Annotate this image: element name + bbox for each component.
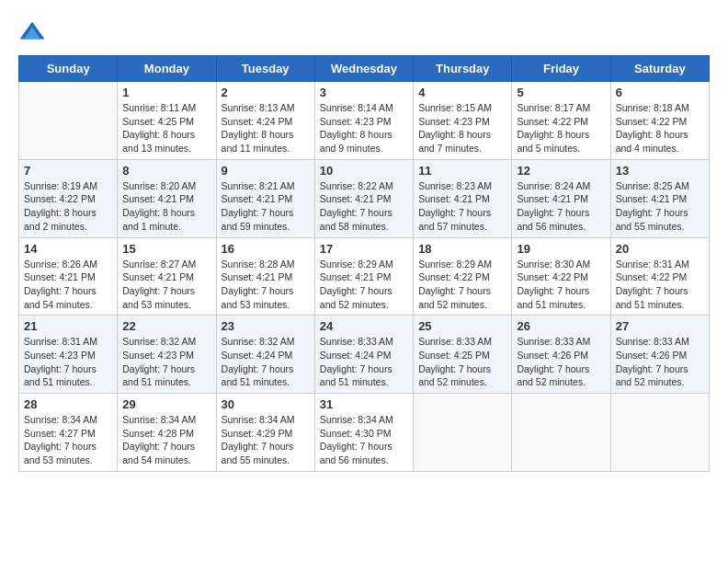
calendar-cell: 16Sunrise: 8:28 AM Sunset: 4:21 PM Dayli… (216, 237, 314, 316)
calendar-cell (610, 394, 709, 472)
calendar-cell: 1Sunrise: 8:11 AM Sunset: 4:25 PM Daylig… (118, 82, 216, 160)
weekday-header-thursday: Thursday (414, 56, 512, 82)
weekday-header-wednesday: Wednesday (314, 56, 413, 82)
calendar-cell: 19Sunrise: 8:30 AM Sunset: 4:22 PM Dayli… (512, 237, 610, 316)
calendar-cell: 25Sunrise: 8:33 AM Sunset: 4:25 PM Dayli… (414, 316, 512, 394)
day-number: 29 (122, 397, 210, 411)
day-number: 24 (320, 319, 408, 333)
cell-info: Sunrise: 8:33 AM Sunset: 4:26 PM Dayligh… (616, 335, 704, 389)
calendar-week-4: 21Sunrise: 8:31 AM Sunset: 4:23 PM Dayli… (19, 316, 710, 394)
calendar-week-5: 28Sunrise: 8:34 AM Sunset: 4:27 PM Dayli… (19, 394, 710, 472)
cell-info: Sunrise: 8:28 AM Sunset: 4:21 PM Dayligh… (222, 258, 310, 312)
day-number: 3 (320, 86, 408, 99)
day-number: 16 (222, 242, 310, 256)
cell-info: Sunrise: 8:21 AM Sunset: 4:21 PM Dayligh… (222, 179, 310, 234)
day-number: 9 (222, 164, 310, 178)
calendar-cell: 9Sunrise: 8:21 AM Sunset: 4:21 PM Daylig… (216, 159, 314, 237)
day-number: 30 (222, 397, 310, 411)
cell-info: Sunrise: 8:26 AM Sunset: 4:21 PM Dayligh… (24, 258, 112, 312)
calendar-cell: 20Sunrise: 8:31 AM Sunset: 4:22 PM Dayli… (610, 237, 709, 316)
cell-info: Sunrise: 8:18 AM Sunset: 4:22 PM Dayligh… (616, 101, 704, 155)
day-number: 27 (616, 319, 704, 333)
cell-info: Sunrise: 8:33 AM Sunset: 4:26 PM Dayligh… (517, 335, 605, 389)
calendar-cell: 2Sunrise: 8:13 AM Sunset: 4:24 PM Daylig… (216, 82, 314, 160)
calendar-cell: 22Sunrise: 8:32 AM Sunset: 4:23 PM Dayli… (118, 316, 216, 394)
calendar-cell: 6Sunrise: 8:18 AM Sunset: 4:22 PM Daylig… (610, 82, 709, 160)
day-number: 19 (517, 242, 605, 256)
calendar-table: SundayMondayTuesdayWednesdayThursdayFrid… (18, 55, 710, 472)
day-number: 1 (122, 86, 210, 99)
day-number: 6 (616, 86, 704, 99)
day-number: 13 (616, 164, 704, 178)
day-number: 7 (24, 164, 112, 178)
day-number: 5 (517, 86, 605, 99)
day-number: 31 (320, 397, 408, 411)
logo (18, 18, 50, 46)
cell-info: Sunrise: 8:34 AM Sunset: 4:29 PM Dayligh… (222, 413, 310, 467)
calendar-cell: 21Sunrise: 8:31 AM Sunset: 4:23 PM Dayli… (19, 316, 118, 394)
calendar-cell: 28Sunrise: 8:34 AM Sunset: 4:27 PM Dayli… (19, 394, 118, 472)
cell-info: Sunrise: 8:25 AM Sunset: 4:21 PM Dayligh… (616, 179, 704, 234)
day-number: 21 (24, 319, 112, 333)
calendar-cell: 12Sunrise: 8:24 AM Sunset: 4:21 PM Dayli… (512, 159, 610, 237)
calendar-cell: 26Sunrise: 8:33 AM Sunset: 4:26 PM Dayli… (512, 316, 610, 394)
cell-info: Sunrise: 8:29 AM Sunset: 4:21 PM Dayligh… (320, 258, 408, 312)
cell-info: Sunrise: 8:17 AM Sunset: 4:22 PM Dayligh… (517, 101, 605, 155)
cell-info: Sunrise: 8:31 AM Sunset: 4:23 PM Dayligh… (24, 335, 112, 389)
weekday-header-sunday: Sunday (19, 56, 118, 82)
calendar-cell: 8Sunrise: 8:20 AM Sunset: 4:21 PM Daylig… (118, 159, 216, 237)
cell-info: Sunrise: 8:27 AM Sunset: 4:21 PM Dayligh… (122, 258, 210, 312)
calendar-cell: 13Sunrise: 8:25 AM Sunset: 4:21 PM Dayli… (610, 159, 709, 237)
cell-info: Sunrise: 8:13 AM Sunset: 4:24 PM Dayligh… (222, 101, 310, 155)
calendar-cell: 30Sunrise: 8:34 AM Sunset: 4:29 PM Dayli… (216, 394, 314, 472)
page-header (18, 18, 710, 46)
calendar-week-3: 14Sunrise: 8:26 AM Sunset: 4:21 PM Dayli… (19, 237, 710, 316)
cell-info: Sunrise: 8:23 AM Sunset: 4:21 PM Dayligh… (418, 179, 506, 234)
calendar-cell: 15Sunrise: 8:27 AM Sunset: 4:21 PM Dayli… (118, 237, 216, 316)
calendar-cell (414, 394, 512, 472)
calendar-body: 1Sunrise: 8:11 AM Sunset: 4:25 PM Daylig… (19, 82, 710, 472)
cell-info: Sunrise: 8:34 AM Sunset: 4:27 PM Dayligh… (24, 413, 112, 467)
day-number: 11 (418, 164, 506, 178)
calendar-week-1: 1Sunrise: 8:11 AM Sunset: 4:25 PM Daylig… (19, 82, 710, 160)
logo-icon (18, 18, 46, 46)
calendar-cell (19, 82, 118, 160)
calendar-week-2: 7Sunrise: 8:19 AM Sunset: 4:22 PM Daylig… (19, 159, 710, 237)
cell-info: Sunrise: 8:31 AM Sunset: 4:22 PM Dayligh… (616, 258, 704, 312)
cell-info: Sunrise: 8:34 AM Sunset: 4:30 PM Dayligh… (320, 413, 408, 467)
day-number: 28 (24, 397, 112, 411)
day-number: 23 (222, 319, 310, 333)
calendar-cell: 10Sunrise: 8:22 AM Sunset: 4:21 PM Dayli… (314, 159, 413, 237)
day-number: 14 (24, 242, 112, 256)
cell-info: Sunrise: 8:22 AM Sunset: 4:21 PM Dayligh… (320, 179, 408, 234)
cell-info: Sunrise: 8:34 AM Sunset: 4:28 PM Dayligh… (122, 413, 210, 467)
cell-info: Sunrise: 8:33 AM Sunset: 4:25 PM Dayligh… (418, 335, 506, 389)
day-number: 17 (320, 242, 408, 256)
calendar-cell: 23Sunrise: 8:32 AM Sunset: 4:24 PM Dayli… (216, 316, 314, 394)
weekday-header-monday: Monday (118, 56, 216, 82)
cell-info: Sunrise: 8:20 AM Sunset: 4:21 PM Dayligh… (122, 179, 210, 234)
calendar-cell: 24Sunrise: 8:33 AM Sunset: 4:24 PM Dayli… (314, 316, 413, 394)
cell-info: Sunrise: 8:32 AM Sunset: 4:24 PM Dayligh… (222, 335, 310, 389)
day-number: 20 (616, 242, 704, 256)
calendar-cell: 7Sunrise: 8:19 AM Sunset: 4:22 PM Daylig… (19, 159, 118, 237)
day-number: 10 (320, 164, 408, 178)
calendar-cell: 31Sunrise: 8:34 AM Sunset: 4:30 PM Dayli… (314, 394, 413, 472)
calendar-cell: 3Sunrise: 8:14 AM Sunset: 4:23 PM Daylig… (314, 82, 413, 160)
day-number: 26 (517, 319, 605, 333)
day-number: 15 (122, 242, 210, 256)
weekday-header-row: SundayMondayTuesdayWednesdayThursdayFrid… (19, 56, 710, 82)
cell-info: Sunrise: 8:32 AM Sunset: 4:23 PM Dayligh… (122, 335, 210, 389)
cell-info: Sunrise: 8:30 AM Sunset: 4:22 PM Dayligh… (517, 258, 605, 312)
cell-info: Sunrise: 8:14 AM Sunset: 4:23 PM Dayligh… (320, 101, 408, 155)
cell-info: Sunrise: 8:15 AM Sunset: 4:23 PM Dayligh… (418, 101, 506, 155)
calendar-cell: 29Sunrise: 8:34 AM Sunset: 4:28 PM Dayli… (118, 394, 216, 472)
cell-info: Sunrise: 8:24 AM Sunset: 4:21 PM Dayligh… (517, 179, 605, 234)
weekday-header-tuesday: Tuesday (216, 56, 314, 82)
cell-info: Sunrise: 8:11 AM Sunset: 4:25 PM Dayligh… (122, 101, 210, 155)
calendar-cell: 11Sunrise: 8:23 AM Sunset: 4:21 PM Dayli… (414, 159, 512, 237)
calendar-cell (512, 394, 610, 472)
day-number: 4 (418, 86, 506, 99)
weekday-header-saturday: Saturday (610, 56, 709, 82)
calendar-cell: 4Sunrise: 8:15 AM Sunset: 4:23 PM Daylig… (414, 82, 512, 160)
